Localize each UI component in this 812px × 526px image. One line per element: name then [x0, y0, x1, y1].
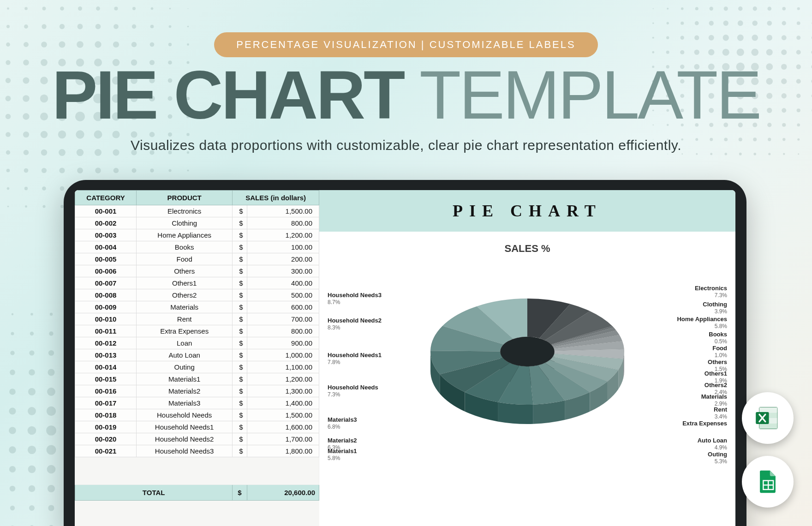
- cell-sales: 300.00: [247, 265, 319, 277]
- cell-currency: $: [233, 397, 247, 409]
- slice-label: Household Needs17.8%: [328, 352, 382, 365]
- cell-currency: $: [233, 361, 247, 373]
- cell-category: 00-001: [75, 205, 137, 217]
- table-row: 00-013Auto Loan$1,000.00: [75, 349, 319, 361]
- svg-rect-542: [759, 424, 777, 429]
- cell-sales: 1,000.00: [247, 349, 319, 361]
- cell-category: 00-003: [75, 229, 137, 241]
- svg-point-481: [29, 485, 35, 492]
- cell-product: Food: [137, 253, 233, 265]
- cell-sales: 700.00: [247, 313, 319, 325]
- cell-currency: $: [233, 445, 247, 457]
- cell-product: Household Needs3: [137, 445, 233, 457]
- cell-category: 00-006: [75, 265, 137, 277]
- cell-category: 00-017: [75, 397, 137, 409]
- col-product: PRODUCT: [137, 191, 233, 205]
- sheets-icon: [754, 468, 781, 495]
- slice-label: Auto Loan4.9%: [698, 437, 727, 451]
- svg-point-163: [42, 205, 45, 208]
- total-value: 20,600.00: [247, 485, 319, 501]
- cell-product: Books: [137, 241, 233, 253]
- cell-sales: 1,400.00: [247, 397, 319, 409]
- svg-point-398: [48, 369, 54, 376]
- cell-currency: $: [233, 313, 247, 325]
- total-label: TOTAL: [75, 485, 233, 501]
- svg-point-136: [24, 168, 29, 173]
- chart-banner: PIE CHART: [319, 190, 735, 232]
- cell-product: Materials: [137, 301, 233, 313]
- cell-currency: $: [233, 301, 247, 313]
- svg-point-143: [150, 168, 154, 172]
- slice-label: Materials15.8%: [328, 448, 357, 461]
- svg-point-359: [12, 313, 13, 315]
- cell-category: 00-019: [75, 421, 137, 433]
- svg-point-482: [48, 485, 55, 492]
- chart-subtitle: SALES %: [319, 232, 735, 255]
- svg-point-151: [42, 186, 46, 191]
- cell-currency: $: [233, 277, 247, 289]
- page-subtitle: Visualizes data proportions with customi…: [0, 137, 812, 153]
- cell-currency: $: [233, 229, 247, 241]
- svg-point-383: [10, 351, 14, 355]
- slice-label: Extra Expenses: [682, 420, 727, 427]
- cell-category: 00-014: [75, 361, 137, 373]
- cell-sales: 1,700.00: [247, 433, 319, 445]
- svg-point-144: [168, 169, 171, 172]
- svg-point-149: [7, 187, 10, 190]
- slice-label: Household Needs38.7%: [328, 292, 382, 305]
- svg-point-342: [710, 153, 712, 155]
- svg-point-480: [10, 486, 15, 491]
- svg-point-385: [48, 350, 54, 356]
- svg-point-164: [60, 205, 64, 208]
- col-category: CATEGORY: [75, 191, 137, 205]
- svg-point-372: [49, 331, 53, 335]
- cell-product: Materials3: [137, 397, 233, 409]
- total-currency: $: [233, 485, 247, 501]
- svg-point-468: [47, 465, 56, 474]
- svg-point-341: [696, 153, 698, 155]
- cell-product: Materials1: [137, 373, 233, 385]
- cell-category: 00-012: [75, 337, 137, 349]
- svg-point-424: [9, 407, 16, 414]
- cell-currency: $: [233, 373, 247, 385]
- svg-point-135: [6, 169, 10, 173]
- svg-point-152: [60, 186, 65, 191]
- svg-point-439: [28, 426, 36, 435]
- svg-point-440: [46, 425, 56, 436]
- table-row: 00-006Others$300.00: [75, 265, 319, 277]
- cell-currency: $: [233, 385, 247, 397]
- excel-badge[interactable]: [742, 392, 794, 444]
- table-row: 00-007Others1$400.00: [75, 277, 319, 289]
- cell-sales: 1,200.00: [247, 229, 319, 241]
- chart-area: PIE CHART SALES % Household Needs38.7%Ho…: [319, 190, 735, 526]
- cell-category: 00-007: [75, 277, 137, 289]
- title-part-1: PIE CHART: [52, 57, 404, 133]
- cell-sales: 500.00: [247, 289, 319, 301]
- svg-point-340: [681, 153, 683, 155]
- cell-sales: 800.00: [247, 325, 319, 337]
- cell-sales: 900.00: [247, 337, 319, 349]
- cell-product: Household Needs: [137, 409, 233, 421]
- page-header: PERCENTAGE VISUALIZATION | CUSTOMIZABLE …: [0, 0, 812, 153]
- table-row: 00-001Electronics$1,500.00: [75, 205, 319, 217]
- svg-point-150: [24, 187, 28, 190]
- sheets-badge[interactable]: [742, 456, 794, 508]
- data-table-area: CATEGORY PRODUCT SALES (in dollars) 00-0…: [75, 190, 319, 526]
- slice-label: Household Needs28.3%: [328, 317, 382, 331]
- cell-currency: $: [233, 253, 247, 265]
- page-title: PIE CHART TEMPLATE: [0, 61, 812, 129]
- cell-category: 00-002: [75, 217, 137, 229]
- table-row: 00-009Materials$600.00: [75, 301, 319, 313]
- slice-label: Outing5.3%: [708, 451, 727, 465]
- cell-currency: $: [233, 409, 247, 421]
- cell-currency: $: [233, 217, 247, 229]
- cell-category: 00-005: [75, 253, 137, 265]
- table-row: 00-020Household Needs2$1,700.00: [75, 433, 319, 445]
- spacer: [75, 457, 319, 485]
- slice-label: Materials36.8%: [328, 416, 357, 430]
- cell-currency: $: [233, 349, 247, 361]
- cell-sales: 600.00: [247, 301, 319, 313]
- file-type-badges: [742, 392, 794, 508]
- table-row: 00-011Extra Expenses$800.00: [75, 325, 319, 337]
- svg-point-426: [47, 406, 56, 416]
